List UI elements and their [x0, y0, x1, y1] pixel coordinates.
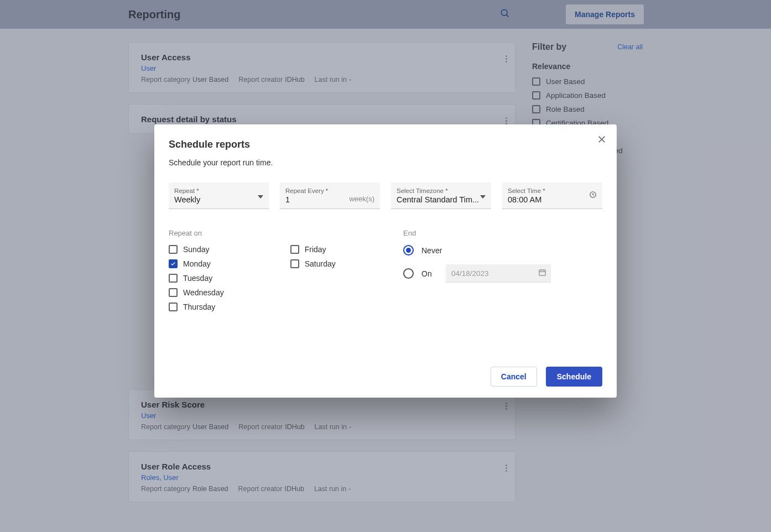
field-row: Repeat * Weekly Repeat Every * 1 week(s)…	[169, 182, 602, 209]
checkbox-icon[interactable]	[169, 302, 178, 311]
day-label: Saturday	[305, 259, 336, 268]
chevron-down-icon	[258, 191, 263, 201]
day-label: Tuesday	[183, 274, 212, 283]
cancel-button[interactable]: Cancel	[491, 367, 537, 387]
field-label: Select Timezone *	[397, 187, 486, 194]
radio-label: On	[421, 269, 438, 278]
end-never-option[interactable]: Never	[403, 245, 602, 255]
repeat-every-input[interactable]: Repeat Every * 1 week(s)	[280, 182, 380, 209]
timezone-select[interactable]: Select Timezone * Central Standard Tim..…	[391, 182, 491, 209]
days-col-2: Friday Saturday	[290, 245, 336, 317]
end-on-option[interactable]: On 04/18/2023	[403, 264, 602, 283]
end-date-input[interactable]: 04/18/2023	[446, 264, 551, 283]
time-input[interactable]: Select Time * 08:00 AM	[502, 182, 602, 209]
section-label: Repeat on	[169, 229, 381, 237]
checkbox-icon[interactable]	[169, 245, 178, 254]
field-suffix: week(s)	[349, 195, 374, 203]
radio-label: Never	[421, 246, 442, 255]
day-label: Sunday	[183, 245, 209, 254]
calendar-icon	[538, 268, 546, 278]
clock-icon	[589, 191, 597, 201]
end-section: End Never On 04/18/2023	[403, 229, 602, 317]
repeat-select[interactable]: Repeat * Weekly	[169, 182, 269, 209]
day-label: Thursday	[183, 302, 215, 311]
field-value: Central Standard Tim...	[397, 195, 486, 204]
field-label: Repeat Every *	[285, 187, 374, 194]
day-option-thursday[interactable]: Thursday	[169, 302, 224, 311]
checkbox-icon[interactable]	[290, 245, 299, 254]
field-label: Repeat *	[174, 187, 263, 194]
field-value: Weekly	[174, 195, 263, 204]
radio-icon[interactable]	[403, 245, 414, 255]
svg-rect-5	[539, 270, 545, 275]
checkbox-icon[interactable]	[169, 259, 178, 268]
day-option-tuesday[interactable]: Tuesday	[169, 274, 224, 283]
checkbox-icon[interactable]	[290, 259, 299, 268]
days-col-1: Sunday Monday Tuesday Wednesday Thursday	[169, 245, 224, 317]
checkbox-icon[interactable]	[169, 274, 178, 283]
dialog-title: Schedule reports	[169, 139, 602, 150]
day-option-friday[interactable]: Friday	[290, 245, 336, 254]
day-option-wednesday[interactable]: Wednesday	[169, 288, 224, 297]
days-columns: Sunday Monday Tuesday Wednesday Thursday…	[169, 245, 381, 317]
date-placeholder: 04/18/2023	[451, 269, 489, 278]
close-icon[interactable]	[597, 134, 607, 147]
mid-row: Repeat on Sunday Monday Tuesday Wednesda…	[169, 229, 602, 317]
day-option-sunday[interactable]: Sunday	[169, 245, 224, 254]
day-label: Wednesday	[183, 288, 224, 297]
field-value: 08:00 AM	[508, 195, 597, 204]
day-option-saturday[interactable]: Saturday	[290, 259, 336, 268]
modal-overlay[interactable]: Schedule reports Schedule your report ru…	[0, 0, 771, 532]
schedule-reports-dialog: Schedule reports Schedule your report ru…	[154, 124, 617, 398]
radio-icon[interactable]	[403, 268, 414, 279]
dialog-description: Schedule your report run time.	[169, 158, 602, 167]
day-label: Monday	[183, 259, 211, 268]
dialog-actions: Cancel Schedule	[169, 367, 602, 387]
day-label: Friday	[305, 245, 326, 254]
section-label: End	[403, 229, 602, 237]
field-label: Select Time *	[508, 187, 597, 194]
checkbox-icon[interactable]	[169, 288, 178, 297]
chevron-down-icon	[480, 191, 486, 201]
repeat-on-section: Repeat on Sunday Monday Tuesday Wednesda…	[169, 229, 381, 317]
schedule-button[interactable]: Schedule	[546, 367, 602, 387]
day-option-monday[interactable]: Monday	[169, 259, 224, 268]
